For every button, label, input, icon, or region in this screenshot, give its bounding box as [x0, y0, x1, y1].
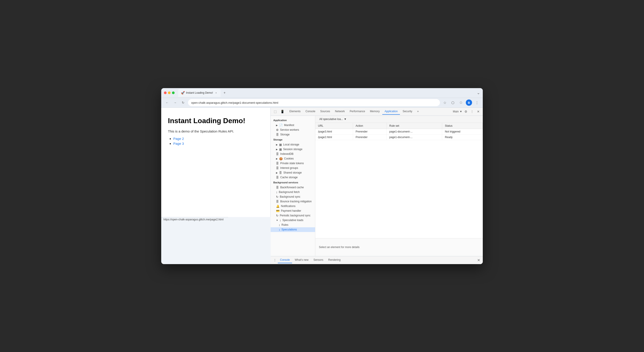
notifications-label: Notifications — [281, 205, 296, 208]
row2-ruleset: page1-document-... — [386, 134, 442, 140]
tab-performance[interactable]: Performance — [348, 108, 367, 115]
active-tab[interactable]: 🚀 Instant Loading Demo! × — [178, 89, 220, 97]
close-button[interactable] — [164, 91, 166, 94]
console-menu-icon[interactable]: ⋮ — [272, 257, 277, 263]
panel-toolbar: All speculative loa... ▼ — [315, 116, 483, 123]
forward-button[interactable]: → — [172, 99, 178, 106]
tab-close-button[interactable]: × — [214, 91, 218, 95]
back-button[interactable]: ← — [164, 99, 170, 106]
sidebar-item-payment-handler[interactable]: 💳 Payment handler — [271, 209, 315, 213]
star-icon[interactable]: ☆ — [442, 99, 448, 106]
private-state-tokens-icon: 🗄 — [276, 162, 279, 165]
background-services-title: Background services — [271, 180, 315, 185]
inspect-element-icon[interactable]: ⬚ — [272, 109, 278, 114]
maximize-button[interactable] — [172, 91, 174, 94]
sidebar-item-back-forward-cache[interactable]: 🗄 Back/forward cache — [271, 185, 315, 190]
sidebar-item-indexeddb[interactable]: 🗄 IndexedDB — [271, 152, 315, 156]
extensions-icon[interactable]: ⬡ — [450, 99, 456, 106]
sidebar-item-speculations[interactable]: ↕ Speculations — [271, 227, 315, 232]
speculations-label: Speculations — [282, 228, 297, 231]
page2-link[interactable]: Page 2 — [173, 137, 184, 141]
address-input[interactable] — [188, 99, 440, 106]
cookies-icon: 🍪 — [279, 157, 283, 160]
session-storage-arrow: ▶ — [276, 148, 278, 151]
context-selector[interactable]: Main ▼ — [453, 110, 462, 113]
sidebar-item-service-workers[interactable]: ⚙ Service workers — [271, 128, 315, 132]
speculative-loads-label: Speculative loads — [282, 219, 303, 222]
sidebar-item-local-storage[interactable]: ▶ ▦ Local storage — [271, 142, 315, 147]
filter-dropdown-arrow: ▼ — [344, 118, 346, 121]
close-console-button[interactable]: ✕ — [476, 257, 481, 263]
indexeddb-label: IndexedDB — [280, 152, 294, 155]
devtools-more-icon[interactable]: ⋮ — [470, 109, 475, 114]
tab-more[interactable]: » — [415, 108, 421, 115]
devtools-panel-icons: ⬚ 📱 — [272, 109, 285, 114]
sidebar-item-cookies[interactable]: ▶ 🍪 Cookies — [271, 156, 315, 161]
page-links: Page 2 Page 3 — [168, 137, 264, 146]
background-fetch-label: Background fetch — [279, 191, 300, 194]
address-bar: ← → ↻ ☆ ⬡ ⬡ B ⋮ — [161, 98, 483, 108]
sidebar-item-background-fetch[interactable]: ↕ Background fetch — [271, 190, 315, 195]
devtools-right-controls: Main ▼ ⚙ ⋮ ✕ — [453, 109, 481, 114]
row2-url: /page2.html — [315, 134, 353, 140]
sidebar-item-interest-groups[interactable]: 🗄 Interest groups — [271, 166, 315, 170]
sidebar-item-bounce-tracking[interactable]: 🗄 Bounce tracking mitigation — [271, 199, 315, 204]
page3-link[interactable]: Page 3 — [173, 142, 184, 145]
sidebar-item-notifications[interactable]: 🔔 Notifications — [271, 204, 315, 209]
notifications-icon: 🔔 — [276, 205, 280, 208]
sidebar-item-storage-app[interactable]: 🗄 Storage — [271, 132, 315, 137]
speculations-table: URL Action Rule set Status /page3.html P… — [315, 123, 483, 140]
more-menu-button[interactable]: ⋮ — [474, 99, 480, 106]
tab-title: Instant Loading Demo! — [186, 91, 213, 94]
detail-text: Select an element for more details — [319, 246, 360, 249]
col-action: Action — [353, 123, 386, 129]
tab-expand-button[interactable]: ⌄ — [477, 90, 480, 95]
interest-groups-label: Interest groups — [280, 166, 298, 170]
periodic-bg-sync-icon: ↻ — [276, 214, 278, 217]
sidebar-item-periodic-bg-sync[interactable]: ↻ Periodic background sync — [271, 213, 315, 218]
rules-label: Rules — [282, 223, 288, 226]
page-wrapper: Instant Loading Demo! This is a demo of … — [161, 108, 271, 264]
sidebar-item-manifest[interactable]: ▶ 📄 Manifest — [271, 123, 315, 128]
detail-panel: Select an element for more details — [315, 238, 483, 256]
console-tab-console[interactable]: Console — [278, 257, 292, 263]
new-tab-button[interactable]: + — [222, 90, 228, 96]
tab-security[interactable]: Security — [400, 108, 414, 115]
back-forward-cache-icon: 🗄 — [276, 186, 279, 189]
local-storage-icon: ▦ — [279, 143, 282, 146]
service-workers-label: Service workers — [280, 128, 299, 131]
device-toolbar-icon[interactable]: 📱 — [280, 109, 285, 114]
sidebar-item-cache-storage[interactable]: 🗄 Cache storage — [271, 175, 315, 180]
console-tab-whats-new[interactable]: What's new — [292, 257, 311, 263]
sidebar-item-private-state-tokens[interactable]: 🗄 Private state tokens — [271, 161, 315, 166]
main-content: Instant Loading Demo! This is a demo of … — [161, 108, 483, 264]
reload-button[interactable]: ↻ — [180, 99, 186, 106]
tab-application[interactable]: Application — [382, 108, 400, 115]
tab-network[interactable]: Network — [333, 108, 347, 115]
tab-sources[interactable]: Sources — [318, 108, 332, 115]
table-row[interactable]: /page3.html Prerender page1-document-...… — [315, 129, 483, 134]
sidebar-item-shared-storage[interactable]: ▶ 🗄 Shared storage — [271, 170, 315, 175]
devtools-body: Application ▶ 📄 Manifest ⚙ Service worke… — [271, 116, 483, 256]
table-row[interactable]: /page2.html Prerender page1-document-...… — [315, 134, 483, 140]
tab-console[interactable]: Console — [303, 108, 318, 115]
sidebar-item-rules[interactable]: ↕ Rules — [271, 223, 315, 227]
console-tab-rendering[interactable]: Rendering — [326, 257, 343, 263]
close-devtools-button[interactable]: ✕ — [476, 109, 481, 114]
minimize-button[interactable] — [168, 91, 170, 94]
periodic-bg-sync-label: Periodic background sync — [280, 214, 310, 217]
sidebar-item-background-sync[interactable]: ↻ Background sync — [271, 195, 315, 199]
speculations-table-container: URL Action Rule set Status /page3.html P… — [315, 123, 483, 238]
account-icon[interactable]: ⬡ — [458, 99, 464, 106]
settings-icon[interactable]: ⚙ — [463, 109, 468, 114]
tab-memory[interactable]: Memory — [368, 108, 382, 115]
sidebar-item-speculative-loads[interactable]: ▼ ↕ Speculative loads — [271, 218, 315, 223]
list-item: Page 3 — [173, 142, 264, 146]
sidebar-item-session-storage[interactable]: ▶ ▦ Session storage — [271, 147, 315, 152]
url-status-bar: https://open-chalk-asparagus.glitch.me/p… — [161, 217, 228, 222]
console-tab-sensors[interactable]: Sensors — [311, 257, 326, 263]
filter-dropdown[interactable]: All speculative loa... ▼ — [318, 117, 348, 121]
manifest-icon: 📄 — [279, 124, 283, 127]
profile-button[interactable]: B — [466, 99, 472, 106]
tab-elements[interactable]: Elements — [287, 108, 303, 115]
